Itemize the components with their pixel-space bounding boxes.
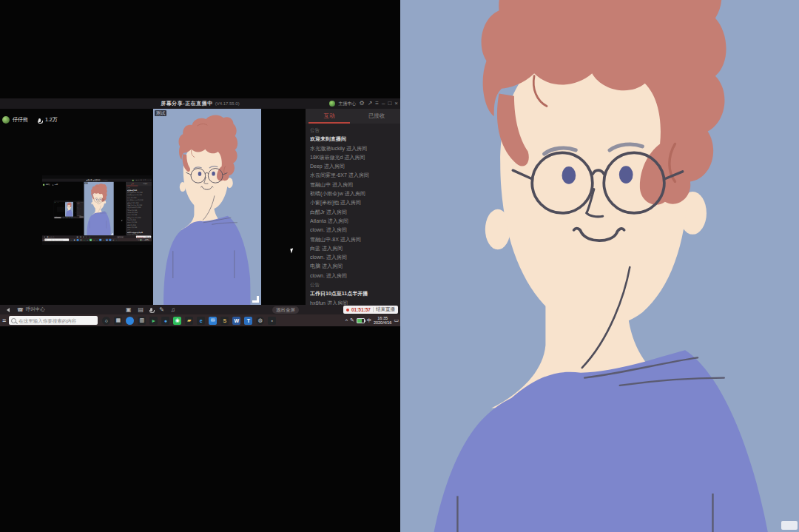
- store-icon[interactable]: ▥: [138, 317, 146, 325]
- app-icon[interactable]: ▪: [268, 317, 276, 325]
- mic-toggle-icon[interactable]: [150, 308, 152, 312]
- end-stream-button[interactable]: 结束直播: [376, 306, 395, 313]
- viewer-count: 1.2万: [57, 203, 58, 203]
- teams-icon[interactable]: T: [109, 239, 111, 241]
- account-avatar[interactable]: [329, 101, 335, 107]
- word-icon[interactable]: W: [232, 317, 240, 325]
- search-box[interactable]: [9, 316, 98, 325]
- speaker-icon[interactable]: [4, 308, 10, 312]
- ime-indicator[interactable]: 中: [143, 239, 144, 240]
- edit-icon[interactable]: ✎: [159, 306, 164, 313]
- task-view-icon[interactable]: ▦: [114, 317, 122, 325]
- notice-message: 欢迎来到直播间: [310, 135, 396, 144]
- main-area: 仔仔熊 1.2万 屏幕分享-正在直播中 (V4.17.55.0) 主播中心 ⚙ …: [0, 109, 400, 305]
- word-icon[interactable]: W: [106, 239, 108, 241]
- host-name: 仔仔熊: [13, 116, 28, 124]
- pen-icon[interactable]: ✎: [350, 317, 354, 323]
- app-icon[interactable]: ▪: [115, 239, 118, 241]
- speaker-icon[interactable]: [44, 236, 45, 238]
- mail-icon[interactable]: ✉: [99, 239, 101, 241]
- account-name: 主播中心: [338, 101, 356, 107]
- expand-icon[interactable]: [252, 296, 259, 303]
- clock-app-icon[interactable]: ●: [161, 317, 169, 325]
- tab-interact[interactable]: 互动: [306, 109, 353, 124]
- host-avatar[interactable]: [43, 184, 45, 186]
- mail-icon[interactable]: ✉: [209, 317, 217, 325]
- clock[interactable]: 16:35 2020/4/16: [374, 316, 391, 325]
- pen-icon[interactable]: ✎: [138, 239, 139, 240]
- join-message: clown. 进入房间: [310, 226, 396, 235]
- wechat-icon[interactable]: ◉: [173, 317, 181, 325]
- host-overlay: 仔仔熊 1.2万: [2, 116, 58, 124]
- live-status: 01:51:57 结束直播: [343, 306, 398, 314]
- folder-icon[interactable]: ▰: [185, 317, 193, 325]
- pane-label: 测试: [155, 110, 166, 116]
- system-tray: ^ ✎ 中 16:35 2020/4/16 ▭: [345, 314, 399, 326]
- message-list[interactable]: 公告欢迎来到直播间水光潋滟luckily 进入房间18K镶嵌微光d 进入房间De…: [77, 203, 84, 216]
- exit-fullscreen-button[interactable]: 退出全屏: [272, 306, 299, 314]
- store-icon[interactable]: ▥: [80, 239, 82, 241]
- qq-icon[interactable]: [126, 317, 134, 325]
- tab-received[interactable]: 已接收: [139, 182, 152, 186]
- qq-icon[interactable]: [77, 239, 79, 241]
- screen-share-icon[interactable]: ▣: [126, 306, 132, 313]
- tray-date: 2020/4/16: [144, 240, 149, 241]
- music-icon[interactable]: ♫: [171, 306, 175, 313]
- notification-icon[interactable]: ▭: [394, 317, 399, 323]
- maximize-button[interactable]: □: [388, 98, 391, 109]
- account-avatar[interactable]: [132, 180, 134, 181]
- edge-icon[interactable]: e: [197, 317, 205, 325]
- ime-indicator[interactable]: 中: [367, 317, 371, 324]
- search-box[interactable]: [44, 238, 69, 240]
- settings-icon[interactable]: ⚙: [359, 98, 364, 109]
- menu-icon[interactable]: ≡: [375, 98, 379, 109]
- join-message: 雪融山中-8X 进入房间: [310, 235, 396, 244]
- join-message: 18K镶嵌微光d 进入房间: [310, 153, 396, 162]
- minimize-button[interactable]: –: [382, 98, 385, 109]
- call-label[interactable]: 呼叫中心: [26, 306, 45, 313]
- streaming-app-window: 屏幕分享-正在直播中 (V4.17.55.0) 主播中心 ⚙ ↗ ≡ – □ ×: [54, 201, 84, 218]
- screen: 屏幕分享-正在直播中 (V4.17.55.0) 主播中心 ⚙ ↗ ≡ – □ ×: [0, 0, 799, 532]
- search-box[interactable]: [55, 218, 61, 218]
- tray-expand-icon[interactable]: ^: [345, 318, 348, 323]
- steam-icon[interactable]: S: [220, 317, 229, 325]
- notification-icon[interactable]: ▭: [150, 239, 152, 240]
- teams-icon[interactable]: T: [244, 317, 252, 325]
- media-player-icon[interactable]: ►: [83, 239, 85, 241]
- browser-icon[interactable]: ◍: [112, 239, 115, 241]
- browser-icon[interactable]: ◍: [256, 317, 264, 325]
- folder-icon[interactable]: ▰: [92, 239, 95, 241]
- clock[interactable]: 16:35 2020/4/16: [144, 238, 149, 240]
- expand-icon[interactable]: [111, 233, 112, 235]
- tab-received[interactable]: 已接收: [80, 202, 84, 203]
- wechat-icon[interactable]: ◉: [90, 239, 92, 241]
- share-icon[interactable]: ↗: [368, 98, 373, 109]
- start-button[interactable]: ≡: [2, 314, 6, 326]
- chat-panel: 互动 已接收 公告欢迎来到直播间水光潋滟luckily 进入房间18K镶嵌微光d…: [306, 109, 400, 305]
- edge-icon[interactable]: e: [96, 239, 98, 241]
- titlebar: 屏幕分享-正在直播中 (V4.17.55.0) 主播中心 ⚙ ↗ ≡ – □ ×: [0, 98, 400, 109]
- cortana-icon[interactable]: ○: [102, 317, 110, 325]
- close-button[interactable]: ×: [394, 98, 398, 109]
- message-list[interactable]: 公告欢迎来到直播间水光潋滟luckily 进入房间18K镶嵌微光d 进入房间De…: [306, 124, 400, 305]
- image-icon[interactable]: ▤: [138, 306, 144, 313]
- search-input[interactable]: [18, 318, 92, 323]
- cortana-icon[interactable]: ○: [70, 239, 73, 241]
- steam-icon[interactable]: S: [103, 239, 105, 241]
- clock-app-icon[interactable]: ●: [87, 239, 89, 241]
- streaming-app-window: 屏幕分享-正在直播中 (V4.17.55.0) 主播中心 ⚙ ↗ ≡ – □ ×: [0, 98, 400, 326]
- tab-interact[interactable]: 互动: [126, 182, 139, 186]
- media-player-icon[interactable]: ►: [149, 317, 158, 325]
- app-icon[interactable]: ▪: [74, 218, 75, 218]
- message-list[interactable]: 公告欢迎来到直播间水光潋滟luckily 进入房间18K镶嵌微光d 进入房间De…: [126, 186, 152, 235]
- mic-toggle-icon[interactable]: [84, 236, 84, 237]
- host-avatar[interactable]: [2, 116, 10, 124]
- camera-pane: 测试: [65, 202, 73, 217]
- task-view-icon[interactable]: ▦: [73, 239, 75, 241]
- divider: [373, 307, 374, 312]
- search-input[interactable]: [47, 239, 67, 240]
- start-button[interactable]: ≡: [43, 238, 44, 241]
- tab-received[interactable]: 已接收: [353, 109, 400, 124]
- search-input[interactable]: [55, 218, 60, 218]
- windows-taskbar: ≡ ○▦▥►●◉▰e✉SWT◍▪ ^ ✎ 中 16:35 2020/4/16: [54, 218, 84, 218]
